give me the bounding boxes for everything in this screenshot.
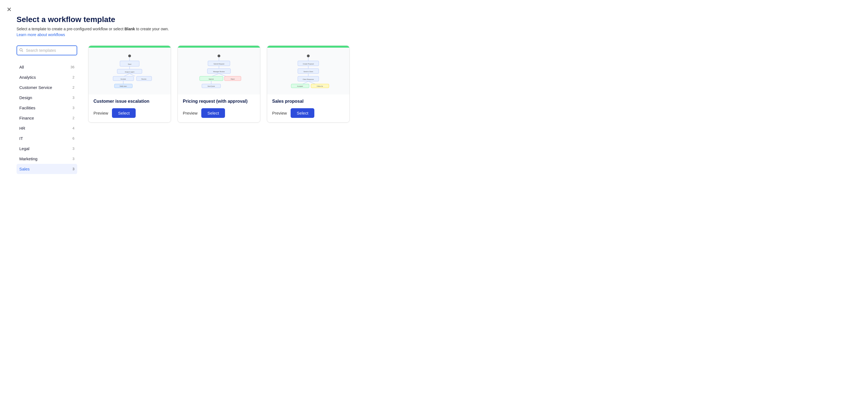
category-count: 3 bbox=[68, 157, 74, 161]
template-card-2: Create Proposal Send to Client Client Re… bbox=[267, 45, 350, 123]
card-preview-area: Create Proposal Send to Client Client Re… bbox=[267, 48, 349, 95]
svg-text:Client Response: Client Response bbox=[303, 78, 314, 80]
category-label: Legal bbox=[19, 146, 30, 151]
category-count: 2 bbox=[68, 116, 74, 120]
svg-text:Follow Up: Follow Up bbox=[317, 85, 323, 87]
main-layout: All36Analytics2Customer Service2Design3F… bbox=[17, 45, 370, 174]
category-count: 6 bbox=[68, 136, 74, 140]
preview-button[interactable]: Preview bbox=[183, 111, 197, 115]
category-count: 3 bbox=[68, 96, 74, 100]
close-button[interactable]: ✕ bbox=[5, 5, 13, 14]
svg-line-9 bbox=[124, 73, 130, 76]
svg-line-26 bbox=[219, 73, 226, 76]
category-item-legal[interactable]: Legal3 bbox=[17, 143, 77, 154]
category-item-it[interactable]: IT6 bbox=[17, 133, 77, 143]
svg-text:Send Quote: Send Quote bbox=[208, 85, 215, 87]
svg-point-18 bbox=[218, 55, 220, 57]
card-body: Sales proposal Preview Select bbox=[267, 95, 349, 122]
subtitle-end: to create your own. bbox=[135, 27, 169, 31]
template-card-1: Submit Request Manager Review Approve Re… bbox=[178, 45, 260, 123]
page-title: Select a workflow template bbox=[17, 15, 370, 24]
svg-point-34 bbox=[307, 55, 310, 57]
category-item-sales[interactable]: Sales3 bbox=[17, 164, 77, 174]
category-label: IT bbox=[19, 136, 23, 141]
category-item-marketing[interactable]: Marketing3 bbox=[17, 154, 77, 164]
svg-text:Notify team: Notify team bbox=[120, 85, 127, 87]
sidebar: All36Analytics2Customer Service2Design3F… bbox=[17, 45, 77, 174]
svg-text:Submit Request: Submit Request bbox=[213, 63, 224, 65]
page-container: Select a workflow template Select a temp… bbox=[0, 0, 386, 185]
card-title: Customer issue escalation bbox=[93, 99, 166, 104]
card-preview-area: Submit Request Manager Review Approve Re… bbox=[178, 48, 260, 95]
card-actions: Preview Select bbox=[93, 108, 166, 118]
svg-text:Start: Start bbox=[128, 63, 131, 65]
select-button[interactable]: Select bbox=[290, 108, 314, 118]
card-body: Customer issue escalation Preview Select bbox=[89, 95, 171, 122]
learn-more-link[interactable]: Learn more about workflows bbox=[17, 33, 65, 37]
category-count: 4 bbox=[68, 126, 74, 130]
subtitle-bold: Blank bbox=[124, 27, 135, 31]
category-label: All bbox=[19, 65, 24, 69]
category-item-facilities[interactable]: Facilities3 bbox=[17, 103, 77, 113]
select-button[interactable]: Select bbox=[112, 108, 136, 118]
preview-button[interactable]: Preview bbox=[93, 111, 108, 115]
svg-text:Accepted: Accepted bbox=[297, 85, 303, 87]
category-count: 36 bbox=[68, 65, 74, 69]
card-preview-area: Start Assign to agent Escalate Resolve N… bbox=[89, 48, 171, 95]
card-title: Sales proposal bbox=[272, 99, 344, 104]
svg-text:Send to Client: Send to Client bbox=[304, 71, 313, 72]
search-box bbox=[17, 45, 77, 55]
category-label: Customer Service bbox=[19, 85, 52, 90]
card-body: Pricing request (with approval) Preview … bbox=[178, 95, 260, 122]
svg-text:Create Proposal: Create Proposal bbox=[303, 63, 314, 65]
category-count: 3 bbox=[68, 106, 74, 110]
category-label: Analytics bbox=[19, 75, 36, 79]
svg-line-45 bbox=[308, 81, 315, 84]
card-top-bar bbox=[89, 46, 171, 48]
category-label: Marketing bbox=[19, 157, 37, 161]
svg-line-25 bbox=[212, 73, 219, 76]
category-label: Facilities bbox=[19, 105, 35, 110]
cards-area: Start Assign to agent Escalate Resolve N… bbox=[88, 45, 370, 174]
category-label: Design bbox=[19, 95, 32, 100]
svg-text:Manager Review: Manager Review bbox=[213, 71, 224, 72]
subtitle-text: Select a template to create a pre-config… bbox=[17, 27, 124, 31]
category-count: 3 bbox=[68, 167, 74, 171]
svg-text:Escalate: Escalate bbox=[121, 78, 126, 80]
svg-line-44 bbox=[303, 81, 308, 84]
search-input[interactable] bbox=[17, 45, 77, 55]
category-item-all[interactable]: All36 bbox=[17, 62, 77, 72]
category-item-hr[interactable]: HR4 bbox=[17, 123, 77, 133]
select-button[interactable]: Select bbox=[201, 108, 225, 118]
category-list: All36Analytics2Customer Service2Design3F… bbox=[17, 62, 77, 174]
template-card-0: Start Assign to agent Escalate Resolve N… bbox=[88, 45, 171, 123]
category-item-finance[interactable]: Finance2 bbox=[17, 113, 77, 123]
card-actions: Preview Select bbox=[272, 108, 344, 118]
category-item-customer-service[interactable]: Customer Service2 bbox=[17, 82, 77, 93]
card-top-bar bbox=[267, 46, 349, 48]
category-item-analytics[interactable]: Analytics2 bbox=[17, 72, 77, 82]
svg-text:Assign to agent: Assign to agent bbox=[125, 71, 134, 73]
card-actions: Preview Select bbox=[183, 108, 255, 118]
category-label: Finance bbox=[19, 116, 34, 121]
subtitle: Select a template to create a pre-config… bbox=[17, 27, 370, 31]
card-top-bar bbox=[178, 46, 260, 48]
svg-line-10 bbox=[130, 73, 135, 76]
category-count: 3 bbox=[68, 146, 74, 151]
category-label: Sales bbox=[19, 167, 30, 171]
svg-point-2 bbox=[128, 55, 131, 57]
category-item-design[interactable]: Design3 bbox=[17, 93, 77, 103]
category-label: HR bbox=[19, 126, 25, 131]
card-title: Pricing request (with approval) bbox=[183, 99, 255, 104]
category-count: 2 bbox=[68, 85, 74, 90]
svg-text:Approve: Approve bbox=[209, 78, 214, 80]
svg-text:Reject: Reject bbox=[231, 78, 235, 80]
preview-button[interactable]: Preview bbox=[272, 111, 287, 115]
category-count: 2 bbox=[68, 75, 74, 79]
svg-text:Resolve: Resolve bbox=[142, 78, 147, 80]
